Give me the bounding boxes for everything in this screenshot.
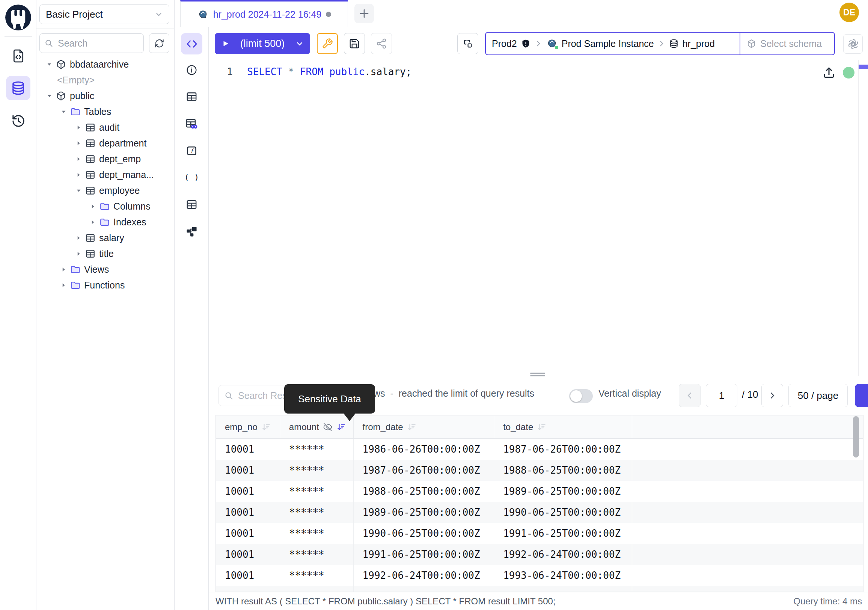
chevron-down-icon[interactable]: [46, 61, 54, 68]
chevron-down-icon[interactable]: [46, 92, 54, 99]
table-cell[interactable]: ******: [280, 439, 353, 460]
chevron-right-icon[interactable]: [76, 124, 84, 131]
sql-editor-mode-button[interactable]: [181, 33, 202, 54]
chevron-right-icon[interactable]: [76, 250, 84, 257]
table-cell[interactable]: 1992-06-24T00:00:00Z: [353, 565, 494, 586]
masked-data-panel-button[interactable]: [185, 117, 198, 130]
database-rail-button[interactable]: [6, 76, 30, 100]
tree-item-tables[interactable]: Tables: [36, 104, 175, 120]
column-header-emp_no[interactable]: emp_no: [216, 416, 280, 438]
next-page-button[interactable]: [761, 384, 783, 407]
schema-selector[interactable]: Select schema: [740, 33, 834, 54]
table-row[interactable]: 10001******1988-06-25T00:00:00Z1989-06-2…: [216, 481, 863, 502]
table-cell[interactable]: 10001: [216, 565, 280, 586]
table-cell[interactable]: 10001: [216, 586, 280, 592]
results-scrollbar[interactable]: [853, 416, 859, 458]
table-cell[interactable]: 10001: [216, 460, 280, 481]
tree-item-columns[interactable]: Columns: [36, 198, 175, 214]
chevron-right-icon[interactable]: [60, 266, 69, 273]
panel-resize-handle[interactable]: [530, 375, 545, 376]
save-sheet-button[interactable]: [344, 33, 365, 54]
worksheet-rail-button[interactable]: [11, 48, 26, 64]
table-cell[interactable]: 10001: [216, 439, 280, 460]
tree-item-functions[interactable]: Functions: [36, 277, 175, 293]
sort-icon[interactable]: [537, 422, 547, 432]
table-row[interactable]: 10001******1991-06-25T00:00:00Z1992-06-2…: [216, 544, 863, 565]
table-cell[interactable]: 1994-06-24T00:00:00Z: [494, 586, 632, 592]
format-sql-button[interactable]: [317, 33, 338, 54]
export-button[interactable]: [855, 384, 868, 407]
sort-icon[interactable]: [261, 422, 271, 432]
tree-item-department[interactable]: department: [36, 135, 175, 151]
project-selector[interactable]: Basic Project: [39, 5, 169, 24]
sort-icon[interactable]: [407, 422, 417, 432]
table-cell[interactable]: 10001: [216, 544, 280, 565]
vertical-display-toggle[interactable]: [569, 389, 593, 403]
connection-context[interactable]: Prod2 Prod Sample Instance: [486, 33, 739, 54]
table-cell[interactable]: 1989-06-25T00:00:00Z: [494, 481, 632, 502]
ai-assistant-button[interactable]: [843, 34, 863, 54]
table-cell[interactable]: ******: [280, 565, 353, 586]
table-cell[interactable]: 10001: [216, 481, 280, 502]
procedures-panel-button[interactable]: ( ): [185, 171, 198, 184]
table-cell[interactable]: 10001: [216, 502, 280, 523]
table-cell[interactable]: ******: [280, 586, 353, 592]
upload-sql-button[interactable]: [822, 65, 836, 80]
table-cell[interactable]: ******: [280, 502, 353, 523]
tree-item-bbdataarchive[interactable]: bbdataarchive: [36, 56, 175, 72]
bytebase-logo-icon[interactable]: [4, 3, 32, 31]
table-cell[interactable]: 1993-06-24T00:00:00Z: [494, 565, 632, 586]
tree-item-views[interactable]: Views: [36, 261, 175, 277]
page-size-selector[interactable]: 50 / page: [788, 384, 848, 407]
chevron-down-icon[interactable]: [295, 39, 304, 48]
table-cell[interactable]: 1989-06-25T00:00:00Z: [353, 502, 494, 523]
tree-item-empty[interactable]: <Empty>: [36, 72, 175, 88]
new-tab-button[interactable]: [354, 4, 374, 23]
table-cell[interactable]: [632, 502, 863, 523]
external-tables-panel-button[interactable]: [185, 198, 198, 211]
table-panel-button[interactable]: [185, 90, 198, 103]
refresh-button[interactable]: [149, 33, 169, 53]
sql-editor[interactable]: 1 SELECT * FROM public.salary;: [209, 60, 868, 376]
table-cell[interactable]: [632, 439, 863, 460]
table-cell[interactable]: 1987-06-26T00:00:00Z: [494, 439, 632, 460]
sidebar-search-input[interactable]: [57, 37, 129, 49]
chevron-right-icon[interactable]: [76, 140, 84, 146]
table-cell[interactable]: 1990-06-25T00:00:00Z: [494, 502, 632, 523]
table-cell[interactable]: 1991-06-25T00:00:00Z: [353, 544, 494, 565]
table-cell[interactable]: 1988-06-25T00:00:00Z: [353, 481, 494, 502]
tree-item-salary[interactable]: salary: [36, 230, 175, 246]
table-cell[interactable]: [632, 460, 863, 481]
table-cell[interactable]: 1990-06-25T00:00:00Z: [353, 523, 494, 544]
chevron-right-icon[interactable]: [76, 155, 84, 162]
table-cell[interactable]: 1992-06-24T00:00:00Z: [494, 544, 632, 565]
sidebar-search[interactable]: [39, 33, 144, 53]
table-cell[interactable]: [632, 565, 863, 586]
table-row[interactable]: 10001******1986-06-26T00:00:00Z1987-06-2…: [216, 439, 863, 460]
tree-item-dept-emp[interactable]: dept_emp: [36, 151, 175, 167]
table-row[interactable]: 10001******1993-06-24T00:00:00Z1994-06-2…: [216, 586, 863, 592]
user-avatar[interactable]: DE: [840, 3, 859, 22]
chevron-right-icon[interactable]: [76, 234, 84, 241]
table-row[interactable]: 10001******1990-06-25T00:00:00Z1991-06-2…: [216, 523, 863, 544]
tree-item-audit[interactable]: audit: [36, 120, 175, 135]
chevron-right-icon[interactable]: [60, 282, 69, 289]
table-cell[interactable]: [632, 481, 863, 502]
tab-active-worksheet[interactable]: hr_prod 2024-11-22 16:49: [180, 0, 348, 27]
table-cell[interactable]: [632, 544, 863, 565]
tree-item-title[interactable]: title: [36, 246, 175, 261]
schema-diagram-panel-button[interactable]: [185, 225, 198, 238]
page-number-input[interactable]: [706, 384, 737, 407]
table-cell[interactable]: ******: [280, 544, 353, 565]
column-header-amount[interactable]: amount: [280, 416, 353, 438]
sort-icon[interactable]: [336, 422, 346, 432]
column-header-empty[interactable]: [632, 416, 863, 438]
table-cell[interactable]: [632, 586, 863, 592]
chevron-right-icon[interactable]: [90, 203, 98, 210]
sql-statement[interactable]: SELECT * FROM public.salary;: [247, 66, 411, 78]
share-sheet-button[interactable]: [371, 33, 392, 54]
info-panel-button[interactable]: [185, 64, 198, 77]
tree-item-public[interactable]: public: [36, 88, 175, 104]
table-cell[interactable]: 1993-06-24T00:00:00Z: [353, 586, 494, 592]
chevron-right-icon[interactable]: [76, 171, 84, 178]
